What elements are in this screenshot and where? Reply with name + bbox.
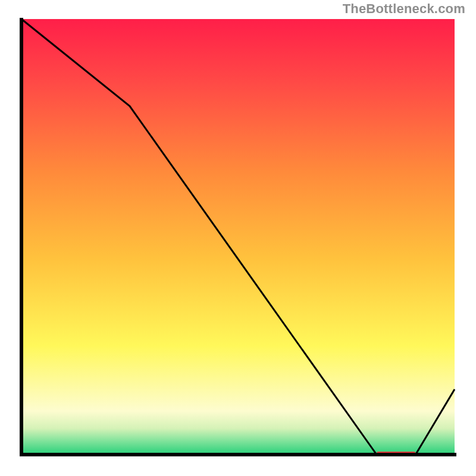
plot-area [18,18,458,458]
attribution-text: TheBottleneck.com [343,1,465,17]
gradient-background [21,19,455,455]
chart-container: TheBottleneck.com [0,0,476,476]
chart-svg [18,18,458,458]
